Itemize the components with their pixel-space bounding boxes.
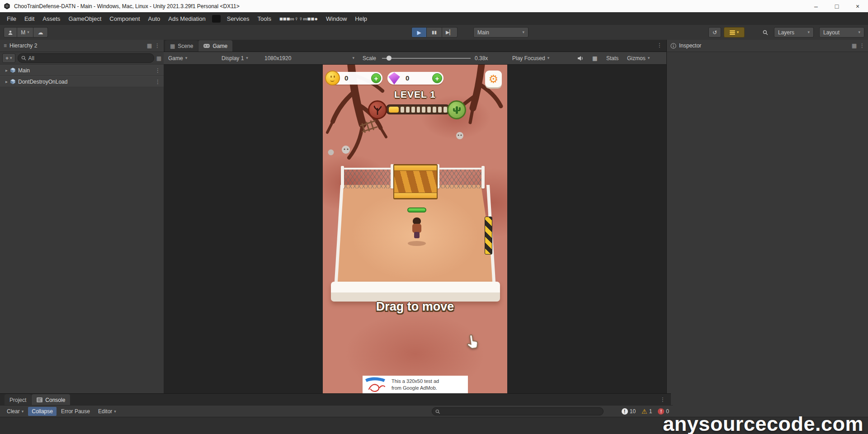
stats-button[interactable]: Stats — [606, 52, 618, 64]
console-toolbar: Clear ▾ Collapse Error Pause Editor ▾ ! … — [0, 405, 673, 417]
create-object-button[interactable]: + ▾ — [2, 53, 15, 63]
search-icon — [21, 56, 26, 61]
chevron-down-icon: ▾ — [352, 56, 354, 60]
expand-arrow-icon[interactable]: ▸ — [5, 79, 8, 84]
console-error-pause-toggle[interactable]: Error Pause — [57, 407, 94, 416]
menu-help[interactable]: Help — [351, 12, 371, 25]
console-search-input[interactable] — [432, 407, 604, 415]
minimize-icon[interactable]: – — [806, 0, 826, 12]
hierarchy-header[interactable]: ≡ Hierarchy 2 ▦ ⋮ — [0, 40, 164, 52]
vsync-grid-button[interactable]: ▦ — [592, 52, 597, 64]
close-icon[interactable]: × — [847, 0, 868, 12]
scale-slider[interactable] — [382, 52, 471, 64]
gizmos-dropdown[interactable]: Gizmos ▾ — [627, 52, 650, 64]
menu-window[interactable]: Window — [322, 12, 351, 25]
console-search-field[interactable] — [442, 408, 600, 415]
kebab-menu-icon[interactable]: ⋮ — [155, 67, 160, 74]
tab-project[interactable]: Project — [5, 394, 31, 406]
info-count: 10 — [630, 408, 636, 415]
console-log-counts: ! 10 ⚠ 1 ! 0 — [622, 406, 669, 417]
console-collapse-toggle[interactable]: Collapse — [28, 407, 57, 416]
add-coins-button[interactable]: + — [371, 73, 381, 83]
chevron-down-icon: ▾ — [858, 30, 860, 34]
search-button[interactable] — [760, 27, 771, 38]
scale-value: 0.38x — [475, 52, 488, 64]
chevron-down-icon: ▾ — [10, 56, 12, 60]
warning-icon: ⚠ — [642, 408, 647, 415]
settings-button[interactable]: ⚙ — [485, 71, 502, 87]
step-button[interactable]: ▶▏ — [442, 27, 458, 38]
menu-assets[interactable]: Assets — [38, 12, 64, 25]
gate-top-bar — [394, 165, 437, 171]
tab-console[interactable]: Console — [32, 394, 70, 406]
kebab-menu-icon[interactable]: ⋮ — [660, 396, 665, 403]
hierarchy-row-dontdestroyonload[interactable]: ▸ DontDestroyOnLoad ⋮ — [0, 76, 164, 87]
display-dropdown[interactable]: Display 1 ▾ — [222, 52, 248, 64]
cloud-icon: ☁ — [38, 29, 43, 36]
game-mode-dropdown[interactable]: Game ▾ — [168, 52, 187, 64]
menu-auto[interactable]: Auto — [144, 12, 165, 25]
dead-tree-icon — [373, 105, 382, 115]
menu-plugin-symbols[interactable]: ■■■∞♀♀∞■■● — [275, 12, 322, 25]
resolution-dropdown[interactable]: 1080x1920 ▾ — [264, 52, 354, 64]
maximize-icon[interactable]: □ — [826, 0, 847, 12]
mute-audio-button[interactable] — [577, 52, 584, 64]
dock-icon[interactable]: ▦ — [147, 42, 152, 49]
hierarchy-row-main[interactable]: ▸ Main ⋮ — [0, 65, 164, 76]
console-clear-button[interactable]: Clear ▾ — [3, 407, 27, 416]
pause-button[interactable]: ▮▮ — [427, 27, 442, 38]
inspector-header[interactable]: Inspector ▦ ⋮ — [667, 40, 868, 52]
hierarchy-toolbar: + ▾ All ▦ — [0, 52, 164, 65]
ad-banner[interactable]: This a 320x50 test ad from Google AdMob. — [363, 376, 468, 393]
gem-icon — [388, 72, 401, 85]
layers-dropdown[interactable]: Layers ▾ — [774, 27, 814, 38]
menu-component[interactable]: Component — [105, 12, 144, 25]
dock-icon[interactable]: ▦ — [852, 42, 857, 49]
kebab-menu-icon[interactable]: ⋮ — [657, 42, 662, 48]
active-scene-dropdown[interactable]: Main ▾ — [473, 27, 528, 38]
account-button[interactable] — [4, 27, 17, 38]
kebab-menu-icon[interactable]: ⋮ — [155, 42, 160, 49]
menu-file[interactable]: File — [3, 12, 20, 25]
undo-history-button[interactable]: ↺ — [708, 27, 721, 38]
player-shadow — [408, 241, 426, 246]
scene-cube-icon — [10, 79, 16, 85]
console-editor-dropdown[interactable]: Editor ▾ — [94, 407, 120, 416]
hierarchy-search-input[interactable]: All — [18, 53, 154, 63]
chevron-down-icon: ▾ — [648, 56, 650, 60]
menu-tools[interactable]: Tools — [254, 12, 275, 25]
gear-icon: ⚙ — [489, 73, 499, 85]
menu-gameobject[interactable]: GameObject — [64, 12, 105, 25]
play-button[interactable]: ▶ — [411, 27, 427, 38]
kebab-menu-icon[interactable]: ⋮ — [155, 79, 160, 85]
cloud-button[interactable]: ☁ — [33, 27, 48, 38]
menu-edit[interactable]: Edit — [20, 12, 38, 25]
menu-ads-mediation[interactable]: Ads Mediation — [164, 12, 209, 25]
kebab-menu-icon[interactable]: ⋮ — [859, 42, 865, 49]
game-viewport[interactable]: 0 + 0 + ⚙ LEVEL 1 — [323, 65, 507, 393]
add-gems-button[interactable]: + — [432, 73, 442, 83]
speaker-icon — [577, 56, 584, 61]
search-icon — [435, 409, 440, 414]
slider-knob[interactable] — [387, 56, 392, 61]
expand-arrow-icon[interactable]: ▸ — [5, 68, 8, 73]
warning-log-toggle[interactable]: ⚠ 1 — [642, 408, 652, 415]
menu-services[interactable]: Services — [223, 12, 254, 25]
slider-track[interactable] — [382, 58, 471, 59]
chevron-down-icon: ▾ — [27, 30, 29, 34]
hierarchy-panel: ≡ Hierarchy 2 ▦ ⋮ + ▾ All ▦ ▸ Main — [0, 40, 164, 393]
coin-count: 0 — [344, 74, 348, 82]
info-log-toggle[interactable]: ! 10 — [622, 408, 636, 415]
package-filter-button[interactable]: ▾ — [724, 27, 745, 38]
layout-dropdown[interactable]: Layout ▾ — [819, 27, 864, 38]
account-dropdown[interactable]: M ▾ — [17, 27, 33, 38]
level-title: LEVEL 1 — [323, 89, 507, 100]
info-icon: ! — [622, 408, 628, 415]
scene-visibility-icon[interactable]: ▦ — [156, 55, 161, 61]
play-focused-dropdown[interactable]: Play Focused ▾ — [512, 52, 549, 64]
search-icon — [763, 30, 768, 35]
tab-scene[interactable]: ▦ Scene — [165, 40, 198, 52]
admob-badge-icon[interactable] — [212, 15, 221, 23]
progress-fill — [389, 107, 399, 113]
tab-game[interactable]: Game — [198, 40, 232, 52]
